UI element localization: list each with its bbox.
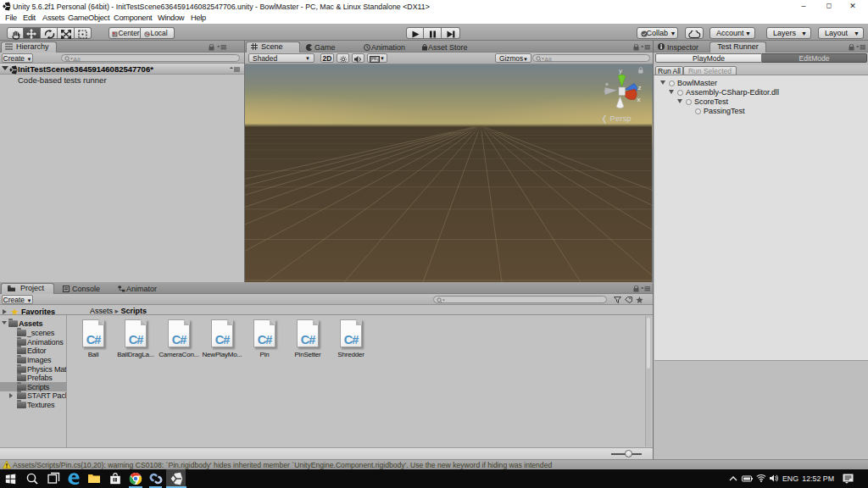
svg-text:❬ Persp: ❬ Persp: [601, 114, 631, 124]
svg-text:z: z: [638, 84, 642, 92]
svg-text:y: y: [619, 67, 622, 75]
svg-text:x: x: [637, 96, 641, 103]
